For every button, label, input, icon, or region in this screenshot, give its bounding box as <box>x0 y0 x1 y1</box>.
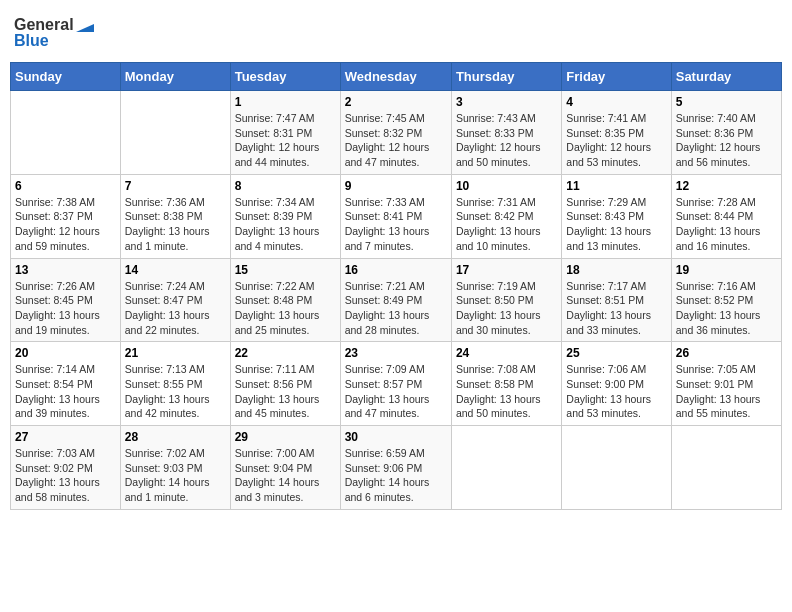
day-info: Sunrise: 7:41 AM Sunset: 8:35 PM Dayligh… <box>566 111 666 170</box>
calendar-cell: 6Sunrise: 7:38 AM Sunset: 8:37 PM Daylig… <box>11 174 121 258</box>
calendar-cell: 8Sunrise: 7:34 AM Sunset: 8:39 PM Daylig… <box>230 174 340 258</box>
day-info: Sunrise: 7:13 AM Sunset: 8:55 PM Dayligh… <box>125 362 226 421</box>
day-number: 18 <box>566 263 666 277</box>
calendar-cell <box>451 426 561 510</box>
calendar-table: SundayMondayTuesdayWednesdayThursdayFrid… <box>10 62 782 510</box>
day-header-wednesday: Wednesday <box>340 63 451 91</box>
day-info: Sunrise: 7:36 AM Sunset: 8:38 PM Dayligh… <box>125 195 226 254</box>
day-info: Sunrise: 7:11 AM Sunset: 8:56 PM Dayligh… <box>235 362 336 421</box>
day-number: 8 <box>235 179 336 193</box>
calendar-cell: 18Sunrise: 7:17 AM Sunset: 8:51 PM Dayli… <box>562 258 671 342</box>
day-info: Sunrise: 7:00 AM Sunset: 9:04 PM Dayligh… <box>235 446 336 505</box>
calendar-cell: 5Sunrise: 7:40 AM Sunset: 8:36 PM Daylig… <box>671 91 781 175</box>
calendar-cell: 30Sunrise: 6:59 AM Sunset: 9:06 PM Dayli… <box>340 426 451 510</box>
calendar-body: 1Sunrise: 7:47 AM Sunset: 8:31 PM Daylig… <box>11 91 782 510</box>
day-number: 1 <box>235 95 336 109</box>
day-info: Sunrise: 7:17 AM Sunset: 8:51 PM Dayligh… <box>566 279 666 338</box>
calendar-cell: 12Sunrise: 7:28 AM Sunset: 8:44 PM Dayli… <box>671 174 781 258</box>
day-number: 13 <box>15 263 116 277</box>
calendar-cell: 7Sunrise: 7:36 AM Sunset: 8:38 PM Daylig… <box>120 174 230 258</box>
calendar-cell: 11Sunrise: 7:29 AM Sunset: 8:43 PM Dayli… <box>562 174 671 258</box>
calendar-cell: 17Sunrise: 7:19 AM Sunset: 8:50 PM Dayli… <box>451 258 561 342</box>
week-row-2: 6Sunrise: 7:38 AM Sunset: 8:37 PM Daylig… <box>11 174 782 258</box>
day-info: Sunrise: 7:02 AM Sunset: 9:03 PM Dayligh… <box>125 446 226 505</box>
day-number: 30 <box>345 430 447 444</box>
day-header-friday: Friday <box>562 63 671 91</box>
calendar-cell: 22Sunrise: 7:11 AM Sunset: 8:56 PM Dayli… <box>230 342 340 426</box>
day-info: Sunrise: 7:08 AM Sunset: 8:58 PM Dayligh… <box>456 362 557 421</box>
day-number: 19 <box>676 263 777 277</box>
day-number: 28 <box>125 430 226 444</box>
day-info: Sunrise: 7:14 AM Sunset: 8:54 PM Dayligh… <box>15 362 116 421</box>
page-header: General Blue <box>10 10 782 54</box>
day-number: 14 <box>125 263 226 277</box>
day-number: 11 <box>566 179 666 193</box>
day-number: 26 <box>676 346 777 360</box>
day-info: Sunrise: 7:33 AM Sunset: 8:41 PM Dayligh… <box>345 195 447 254</box>
day-info: Sunrise: 7:09 AM Sunset: 8:57 PM Dayligh… <box>345 362 447 421</box>
calendar-cell: 28Sunrise: 7:02 AM Sunset: 9:03 PM Dayli… <box>120 426 230 510</box>
day-header-monday: Monday <box>120 63 230 91</box>
day-info: Sunrise: 7:26 AM Sunset: 8:45 PM Dayligh… <box>15 279 116 338</box>
svg-text:Blue: Blue <box>14 32 49 49</box>
day-number: 7 <box>125 179 226 193</box>
calendar-cell: 24Sunrise: 7:08 AM Sunset: 8:58 PM Dayli… <box>451 342 561 426</box>
day-number: 15 <box>235 263 336 277</box>
day-info: Sunrise: 7:45 AM Sunset: 8:32 PM Dayligh… <box>345 111 447 170</box>
day-info: Sunrise: 7:21 AM Sunset: 8:49 PM Dayligh… <box>345 279 447 338</box>
day-info: Sunrise: 7:06 AM Sunset: 9:00 PM Dayligh… <box>566 362 666 421</box>
day-info: Sunrise: 7:34 AM Sunset: 8:39 PM Dayligh… <box>235 195 336 254</box>
calendar-cell: 15Sunrise: 7:22 AM Sunset: 8:48 PM Dayli… <box>230 258 340 342</box>
calendar-cell: 21Sunrise: 7:13 AM Sunset: 8:55 PM Dayli… <box>120 342 230 426</box>
day-header-tuesday: Tuesday <box>230 63 340 91</box>
day-number: 12 <box>676 179 777 193</box>
day-number: 3 <box>456 95 557 109</box>
day-header-saturday: Saturday <box>671 63 781 91</box>
calendar-cell: 14Sunrise: 7:24 AM Sunset: 8:47 PM Dayli… <box>120 258 230 342</box>
logo-text: General Blue <box>14 10 104 54</box>
calendar-cell: 23Sunrise: 7:09 AM Sunset: 8:57 PM Dayli… <box>340 342 451 426</box>
calendar-cell <box>120 91 230 175</box>
calendar-cell: 9Sunrise: 7:33 AM Sunset: 8:41 PM Daylig… <box>340 174 451 258</box>
day-info: Sunrise: 7:28 AM Sunset: 8:44 PM Dayligh… <box>676 195 777 254</box>
svg-marker-1 <box>76 24 94 32</box>
calendar-cell: 19Sunrise: 7:16 AM Sunset: 8:52 PM Dayli… <box>671 258 781 342</box>
calendar-cell: 1Sunrise: 7:47 AM Sunset: 8:31 PM Daylig… <box>230 91 340 175</box>
day-info: Sunrise: 7:47 AM Sunset: 8:31 PM Dayligh… <box>235 111 336 170</box>
calendar-cell: 2Sunrise: 7:45 AM Sunset: 8:32 PM Daylig… <box>340 91 451 175</box>
day-info: Sunrise: 7:40 AM Sunset: 8:36 PM Dayligh… <box>676 111 777 170</box>
calendar-cell: 20Sunrise: 7:14 AM Sunset: 8:54 PM Dayli… <box>11 342 121 426</box>
day-info: Sunrise: 7:03 AM Sunset: 9:02 PM Dayligh… <box>15 446 116 505</box>
day-info: Sunrise: 7:24 AM Sunset: 8:47 PM Dayligh… <box>125 279 226 338</box>
day-number: 6 <box>15 179 116 193</box>
day-number: 25 <box>566 346 666 360</box>
day-number: 16 <box>345 263 447 277</box>
day-number: 21 <box>125 346 226 360</box>
calendar-cell <box>562 426 671 510</box>
logo: General Blue <box>14 10 104 54</box>
day-info: Sunrise: 7:29 AM Sunset: 8:43 PM Dayligh… <box>566 195 666 254</box>
day-info: Sunrise: 7:05 AM Sunset: 9:01 PM Dayligh… <box>676 362 777 421</box>
day-number: 5 <box>676 95 777 109</box>
day-info: Sunrise: 7:19 AM Sunset: 8:50 PM Dayligh… <box>456 279 557 338</box>
day-number: 20 <box>15 346 116 360</box>
day-number: 17 <box>456 263 557 277</box>
calendar-cell: 3Sunrise: 7:43 AM Sunset: 8:33 PM Daylig… <box>451 91 561 175</box>
calendar-cell <box>11 91 121 175</box>
calendar-cell: 16Sunrise: 7:21 AM Sunset: 8:49 PM Dayli… <box>340 258 451 342</box>
day-number: 9 <box>345 179 447 193</box>
week-row-5: 27Sunrise: 7:03 AM Sunset: 9:02 PM Dayli… <box>11 426 782 510</box>
days-of-week-row: SundayMondayTuesdayWednesdayThursdayFrid… <box>11 63 782 91</box>
week-row-3: 13Sunrise: 7:26 AM Sunset: 8:45 PM Dayli… <box>11 258 782 342</box>
week-row-4: 20Sunrise: 7:14 AM Sunset: 8:54 PM Dayli… <box>11 342 782 426</box>
day-header-thursday: Thursday <box>451 63 561 91</box>
day-number: 2 <box>345 95 447 109</box>
day-info: Sunrise: 7:16 AM Sunset: 8:52 PM Dayligh… <box>676 279 777 338</box>
svg-text:General: General <box>14 16 74 33</box>
calendar-cell: 10Sunrise: 7:31 AM Sunset: 8:42 PM Dayli… <box>451 174 561 258</box>
day-number: 4 <box>566 95 666 109</box>
calendar-cell: 26Sunrise: 7:05 AM Sunset: 9:01 PM Dayli… <box>671 342 781 426</box>
day-info: Sunrise: 7:22 AM Sunset: 8:48 PM Dayligh… <box>235 279 336 338</box>
calendar-cell: 29Sunrise: 7:00 AM Sunset: 9:04 PM Dayli… <box>230 426 340 510</box>
day-number: 29 <box>235 430 336 444</box>
